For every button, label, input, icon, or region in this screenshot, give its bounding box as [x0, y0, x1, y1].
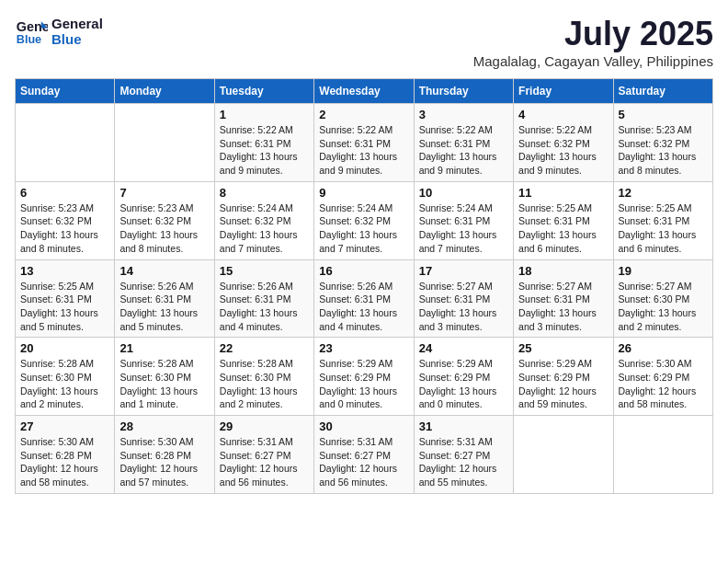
- location: Magalalag, Cagayan Valley, Philippines: [473, 53, 713, 69]
- calendar-cell: 19Sunrise: 5:27 AM Sunset: 6:30 PM Dayli…: [613, 259, 712, 338]
- day-info: Sunrise: 5:22 AM Sunset: 6:31 PM Dayligh…: [419, 123, 508, 178]
- calendar-cell: 29Sunrise: 5:31 AM Sunset: 6:27 PM Dayli…: [214, 416, 313, 494]
- day-number: 19: [619, 264, 708, 278]
- day-info: Sunrise: 5:23 AM Sunset: 6:32 PM Dayligh…: [20, 201, 109, 256]
- day-info: Sunrise: 5:26 AM Sunset: 6:31 PM Dayligh…: [319, 280, 408, 334]
- day-info: Sunrise: 5:29 AM Sunset: 6:29 PM Dayligh…: [319, 357, 408, 411]
- day-number: 1: [220, 108, 309, 121]
- day-number: 25: [518, 341, 608, 355]
- day-number: 22: [220, 341, 309, 355]
- calendar-cell: [115, 104, 214, 182]
- logo-blue: Blue: [51, 31, 103, 47]
- day-number: 5: [619, 108, 708, 121]
- day-info: Sunrise: 5:29 AM Sunset: 6:29 PM Dayligh…: [419, 357, 508, 411]
- day-info: Sunrise: 5:28 AM Sunset: 6:30 PM Dayligh…: [119, 357, 209, 411]
- day-number: 23: [319, 341, 408, 355]
- day-number: 9: [319, 186, 408, 200]
- day-number: 2: [319, 108, 408, 121]
- day-info: Sunrise: 5:22 AM Sunset: 6:31 PM Dayligh…: [220, 123, 309, 178]
- calendar-cell: [514, 416, 613, 494]
- weekday-header: Monday: [115, 79, 214, 104]
- logo-general: General: [51, 16, 103, 31]
- day-info: Sunrise: 5:24 AM Sunset: 6:32 PM Dayligh…: [220, 201, 309, 256]
- day-number: 3: [419, 108, 508, 121]
- weekday-header: Friday: [514, 79, 613, 104]
- calendar-cell: 13Sunrise: 5:25 AM Sunset: 6:31 PM Dayli…: [16, 259, 115, 338]
- calendar-cell: [16, 104, 115, 182]
- calendar-cell: 14Sunrise: 5:26 AM Sunset: 6:31 PM Dayli…: [115, 259, 214, 338]
- day-info: Sunrise: 5:24 AM Sunset: 6:31 PM Dayligh…: [419, 201, 508, 256]
- day-info: Sunrise: 5:30 AM Sunset: 6:28 PM Dayligh…: [119, 435, 209, 489]
- day-info: Sunrise: 5:30 AM Sunset: 6:28 PM Dayligh…: [20, 435, 109, 489]
- day-number: 8: [220, 186, 309, 200]
- calendar-cell: 4Sunrise: 5:22 AM Sunset: 6:32 PM Daylig…: [514, 104, 613, 182]
- calendar-cell: 20Sunrise: 5:28 AM Sunset: 6:30 PM Dayli…: [16, 338, 115, 416]
- day-number: 16: [319, 264, 408, 278]
- calendar-cell: 5Sunrise: 5:23 AM Sunset: 6:32 PM Daylig…: [613, 104, 712, 182]
- day-info: Sunrise: 5:31 AM Sunset: 6:27 PM Dayligh…: [319, 435, 408, 489]
- calendar-header: SundayMondayTuesdayWednesdayThursdayFrid…: [16, 79, 713, 104]
- calendar-cell: 3Sunrise: 5:22 AM Sunset: 6:31 PM Daylig…: [414, 104, 513, 182]
- calendar-cell: 1Sunrise: 5:22 AM Sunset: 6:31 PM Daylig…: [214, 104, 313, 182]
- calendar-cell: 31Sunrise: 5:31 AM Sunset: 6:27 PM Dayli…: [414, 416, 513, 494]
- day-number: 15: [220, 264, 309, 278]
- title-area: July 2025 Magalalag, Cagayan Valley, Phi…: [473, 15, 713, 69]
- logo-icon: General Blue: [15, 15, 48, 48]
- day-number: 29: [220, 419, 309, 433]
- weekday-header: Saturday: [613, 79, 712, 104]
- weekday-header: Sunday: [16, 79, 115, 104]
- day-info: Sunrise: 5:23 AM Sunset: 6:32 PM Dayligh…: [119, 201, 209, 256]
- calendar-cell: 27Sunrise: 5:30 AM Sunset: 6:28 PM Dayli…: [16, 416, 115, 494]
- day-number: 18: [518, 264, 608, 278]
- day-number: 28: [119, 419, 209, 433]
- calendar-cell: 25Sunrise: 5:29 AM Sunset: 6:29 PM Dayli…: [514, 338, 613, 416]
- calendar-cell: 7Sunrise: 5:23 AM Sunset: 6:32 PM Daylig…: [115, 181, 214, 259]
- day-info: Sunrise: 5:31 AM Sunset: 6:27 PM Dayligh…: [419, 435, 508, 489]
- day-number: 11: [518, 186, 608, 200]
- day-number: 21: [119, 341, 209, 355]
- day-info: Sunrise: 5:29 AM Sunset: 6:29 PM Dayligh…: [518, 357, 608, 411]
- day-info: Sunrise: 5:25 AM Sunset: 6:31 PM Dayligh…: [518, 201, 608, 256]
- day-info: Sunrise: 5:22 AM Sunset: 6:32 PM Dayligh…: [518, 123, 608, 178]
- svg-text:Blue: Blue: [17, 33, 41, 46]
- day-info: Sunrise: 5:22 AM Sunset: 6:31 PM Dayligh…: [319, 123, 408, 178]
- day-number: 7: [119, 186, 209, 200]
- day-info: Sunrise: 5:24 AM Sunset: 6:32 PM Dayligh…: [319, 201, 408, 256]
- calendar-cell: 2Sunrise: 5:22 AM Sunset: 6:31 PM Daylig…: [314, 104, 414, 182]
- calendar-cell: 10Sunrise: 5:24 AM Sunset: 6:31 PM Dayli…: [414, 181, 513, 259]
- day-info: Sunrise: 5:28 AM Sunset: 6:30 PM Dayligh…: [220, 357, 309, 411]
- day-number: 17: [419, 264, 508, 278]
- day-info: Sunrise: 5:25 AM Sunset: 6:31 PM Dayligh…: [619, 201, 708, 256]
- day-info: Sunrise: 5:27 AM Sunset: 6:30 PM Dayligh…: [619, 280, 708, 334]
- calendar-cell: 12Sunrise: 5:25 AM Sunset: 6:31 PM Dayli…: [613, 181, 712, 259]
- calendar-cell: 15Sunrise: 5:26 AM Sunset: 6:31 PM Dayli…: [214, 259, 313, 338]
- month-year: July 2025: [473, 15, 713, 53]
- calendar-cell: 16Sunrise: 5:26 AM Sunset: 6:31 PM Dayli…: [314, 259, 414, 338]
- day-info: Sunrise: 5:31 AM Sunset: 6:27 PM Dayligh…: [220, 435, 309, 489]
- day-number: 14: [119, 264, 209, 278]
- day-info: Sunrise: 5:26 AM Sunset: 6:31 PM Dayligh…: [119, 280, 209, 334]
- weekday-header: Thursday: [414, 79, 513, 104]
- calendar-table: SundayMondayTuesdayWednesdayThursdayFrid…: [15, 78, 713, 494]
- calendar-cell: 17Sunrise: 5:27 AM Sunset: 6:31 PM Dayli…: [414, 259, 513, 338]
- day-number: 4: [518, 108, 608, 121]
- weekday-header: Tuesday: [214, 79, 313, 104]
- day-info: Sunrise: 5:27 AM Sunset: 6:31 PM Dayligh…: [518, 280, 608, 334]
- calendar-cell: 11Sunrise: 5:25 AM Sunset: 6:31 PM Dayli…: [514, 181, 613, 259]
- day-number: 10: [419, 186, 508, 200]
- calendar-cell: 8Sunrise: 5:24 AM Sunset: 6:32 PM Daylig…: [214, 181, 313, 259]
- calendar-cell: [613, 416, 712, 494]
- day-info: Sunrise: 5:30 AM Sunset: 6:29 PM Dayligh…: [619, 357, 708, 411]
- day-info: Sunrise: 5:25 AM Sunset: 6:31 PM Dayligh…: [20, 280, 109, 334]
- day-info: Sunrise: 5:26 AM Sunset: 6:31 PM Dayligh…: [220, 280, 309, 334]
- calendar-cell: 18Sunrise: 5:27 AM Sunset: 6:31 PM Dayli…: [514, 259, 613, 338]
- day-number: 20: [20, 341, 109, 355]
- day-number: 6: [20, 186, 109, 200]
- calendar-cell: 30Sunrise: 5:31 AM Sunset: 6:27 PM Dayli…: [314, 416, 414, 494]
- day-info: Sunrise: 5:28 AM Sunset: 6:30 PM Dayligh…: [20, 357, 109, 411]
- day-info: Sunrise: 5:27 AM Sunset: 6:31 PM Dayligh…: [419, 280, 508, 334]
- day-number: 24: [419, 341, 508, 355]
- logo: General Blue General Blue: [15, 15, 103, 48]
- calendar-cell: 28Sunrise: 5:30 AM Sunset: 6:28 PM Dayli…: [115, 416, 214, 494]
- day-number: 12: [619, 186, 708, 200]
